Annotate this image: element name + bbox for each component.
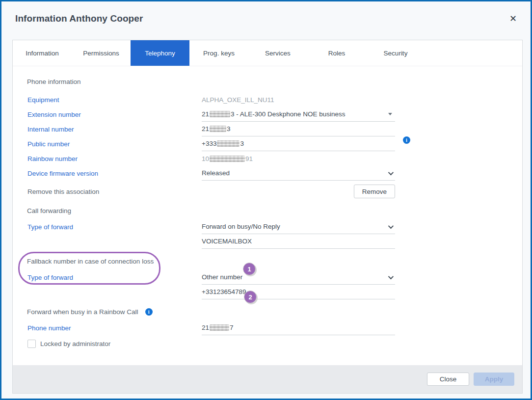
- tab-roles[interactable]: Roles: [307, 40, 366, 66]
- equipment-row: Equipment ALPHA_OXE_ILL_NU11: [27, 92, 508, 107]
- tab-bar: Information Permissions Telephony Prog. …: [13, 40, 522, 66]
- firmware-version-row: Device firmware version Released: [27, 166, 508, 181]
- tab-telephony[interactable]: Telephony: [131, 40, 189, 66]
- remove-button[interactable]: Remove: [354, 185, 395, 198]
- equipment-label[interactable]: Equipment: [27, 92, 202, 107]
- section-title-call-forwarding: Call forwarding: [27, 206, 508, 215]
- internal-number-label[interactable]: Internal number: [27, 122, 202, 136]
- telephony-form: Phone information Equipment ALPHA_OXE_IL…: [13, 66, 522, 365]
- extension-number-row: Extension number 213 - ALE-300 Deskphone…: [27, 107, 508, 122]
- type-of-forward-row: Type of forward Forward on busy/No Reply: [27, 219, 508, 234]
- fallback-type-of-forward-select[interactable]: Other number: [202, 270, 395, 285]
- info-icon[interactable]: i: [403, 136, 410, 144]
- fallback-type-of-forward-row: Type of forward Other number: [27, 270, 508, 285]
- tab-permissions[interactable]: Permissions: [72, 40, 131, 66]
- section-title-phone-information: Phone information: [27, 77, 508, 86]
- forward-destination-row: VOICEMAILBOX: [27, 234, 508, 249]
- section-title-fallback: Fallback number in case of connection lo…: [27, 257, 508, 266]
- chevron-down-icon[interactable]: [388, 273, 394, 279]
- public-number-row: Public number +3333 i: [27, 136, 508, 151]
- dropdown-arrow-icon[interactable]: [388, 113, 392, 115]
- type-of-forward-label[interactable]: Type of forward: [27, 219, 202, 234]
- extension-number-select[interactable]: 213 - ALE-300 Deskphone NOE business: [202, 107, 395, 122]
- modal-header: Information Anthony Cooper ✕: [1, 1, 531, 38]
- close-icon[interactable]: ✕: [507, 12, 519, 25]
- internal-number-row: Internal number 213: [27, 122, 508, 136]
- phone-number-input[interactable]: 217: [202, 320, 395, 335]
- info-icon[interactable]: i: [145, 308, 153, 316]
- section-title-rainbow-busy: Forward when busy in a Rainbow Call i: [27, 307, 508, 316]
- rainbow-number-label[interactable]: Rainbow number: [27, 151, 202, 166]
- public-number-label[interactable]: Public number: [27, 136, 202, 151]
- equipment-value: ALPHA_OXE_ILL_NU11: [202, 92, 395, 107]
- page-title: Information Anthony Cooper: [15, 13, 517, 24]
- chevron-down-icon[interactable]: [388, 223, 394, 228]
- locked-by-admin-row: Locked by administrator: [27, 337, 508, 350]
- apply-button[interactable]: Apply: [474, 373, 514, 386]
- phone-number-label[interactable]: Phone number: [27, 320, 202, 335]
- remove-association-label: Remove this association: [27, 185, 202, 198]
- rainbow-number-value: 1091: [202, 151, 395, 166]
- phone-number-row: Phone number 217: [27, 320, 508, 335]
- type-of-forward-select[interactable]: Forward on busy/No Reply: [202, 219, 395, 234]
- forward-destination-input[interactable]: VOICEMAILBOX: [202, 234, 395, 249]
- fallback-type-of-forward-label[interactable]: Type of forward: [27, 270, 202, 285]
- internal-number-input[interactable]: 213: [202, 122, 395, 136]
- tab-security[interactable]: Security: [366, 40, 425, 66]
- locked-checkbox[interactable]: [27, 340, 36, 348]
- extension-number-label[interactable]: Extension number: [27, 107, 202, 122]
- close-button[interactable]: Close: [427, 373, 469, 386]
- tab-information[interactable]: Information: [13, 40, 72, 66]
- locked-checkbox-label: Locked by administrator: [40, 340, 110, 347]
- modal-footer: Close Apply: [13, 365, 522, 393]
- tab-prog-keys[interactable]: Prog. keys: [189, 40, 248, 66]
- firmware-version-label[interactable]: Device firmware version: [27, 166, 202, 181]
- user-information-modal: Information Anthony Cooper ✕ Information…: [0, 0, 532, 400]
- fallback-number-input[interactable]: +33123654789: [202, 285, 395, 299]
- content-panel: Information Permissions Telephony Prog. …: [12, 40, 523, 394]
- rainbow-number-row: Rainbow number 1091: [27, 151, 508, 166]
- remove-association-row: Remove this association Remove: [27, 185, 508, 198]
- fallback-number-row: +33123654789: [27, 285, 508, 299]
- chevron-down-icon[interactable]: [388, 169, 394, 175]
- tab-services[interactable]: Services: [248, 40, 307, 66]
- public-number-input[interactable]: +3333: [202, 136, 395, 151]
- firmware-version-select[interactable]: Released: [202, 166, 395, 181]
